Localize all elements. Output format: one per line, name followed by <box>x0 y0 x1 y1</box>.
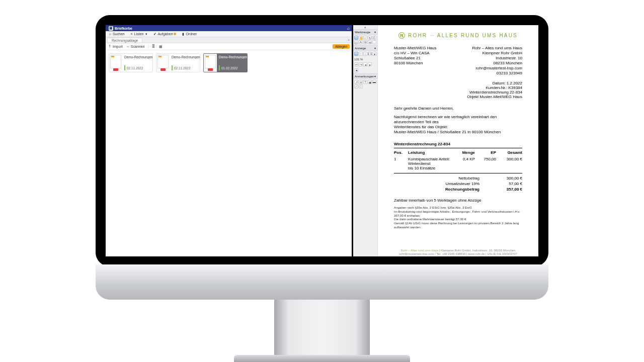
search-icon: ⌕ <box>108 32 112 36</box>
document-card-selected[interactable]: Demo-Rechnungen (2… 01.02.2022 <box>203 53 248 72</box>
tool-print[interactable]: ⎙ <box>372 36 376 40</box>
payment-terms: Zahlbar innerhalb von 5 Werktagen ohne A… <box>394 198 522 203</box>
scan-button[interactable]: ⌁Scannen <box>126 45 145 49</box>
check-icon: ✔ <box>153 32 156 36</box>
list-view-icon: ≣ <box>151 45 155 49</box>
view-zoom-drop[interactable]: ▾ <box>372 52 376 56</box>
tab-rechnungsablage[interactable]: Rechnungsablage <box>107 38 142 42</box>
anno-arrow[interactable]: ↗ <box>354 80 358 84</box>
doc-thumbnail <box>109 54 122 72</box>
col-leistung: Leistung <box>408 149 454 156</box>
tool-text[interactable]: A <box>359 40 363 44</box>
palette-header-anmerkungen[interactable]: Anmerkungen▾ <box>353 73 377 79</box>
app-titlebar: ▣ Briefkorbe ⌕ <box>106 25 352 31</box>
anno-highlight[interactable]: ▬ <box>372 80 376 84</box>
view-list-button[interactable]: ≣ <box>151 45 155 49</box>
palette-werkzeuge-body: ▭ ✋ ⌕ ↻ ⎙ ◫ A ⧉ ✉ … <box>353 35 377 45</box>
palette-header-werkzeuge[interactable]: Werkzeuge▾ <box>353 29 377 35</box>
view-grid-button[interactable]: ▦ <box>158 45 163 49</box>
chevron-icon: ▾ <box>374 46 376 50</box>
letter-footer: Rohr – Alles rund ums Haus | Klempner Ro… <box>394 249 522 256</box>
brand-dots: ·· <box>430 33 434 38</box>
monitor-stand-foot <box>234 355 410 362</box>
scanner-icon: ⌁ <box>126 45 130 49</box>
document-cards: Demo-Rechnungen (2) 02.11.2022 Demo-Rech… <box>106 50 352 75</box>
page-prev[interactable]: ◂ <box>363 62 367 66</box>
anno-text[interactable]: T <box>363 80 367 84</box>
brand-name: ROHR <box>408 33 427 38</box>
rotate-left[interactable]: ↶ <box>354 62 358 66</box>
tool-hand[interactable]: ✋ <box>359 36 363 40</box>
invoice-title: Winterdienstrechnung 22-834 <box>394 142 522 148</box>
letterhead: R ROHR ·· ALLES RUND UMS HAUS <box>394 32 522 39</box>
menu-listen[interactable]: ≡Listen▾ <box>127 32 151 36</box>
tool-copy[interactable]: ⧉ <box>363 40 367 44</box>
document-preview: R ROHR ·· ALLES RUND UMS HAUS Muster-Mie… <box>378 25 538 256</box>
view-actual[interactable]: 1:1 <box>368 52 372 56</box>
menu-ordner[interactable]: ▮Ordner <box>179 32 199 36</box>
menu-aufgaben[interactable]: ✔Aufgaben <box>150 32 179 36</box>
col-pos: Pos. <box>394 149 408 156</box>
menu-suchen[interactable]: ⌕Suchen <box>106 32 127 36</box>
col-gesamt: Gesamt <box>496 149 522 156</box>
page-next[interactable]: ▸ <box>368 62 372 66</box>
doc-date: 01.02.2022 <box>221 66 238 70</box>
status-bar-icon <box>219 65 220 70</box>
table-row: 1 Kombipauschale Anteil: Winterdienstbis… <box>394 156 522 173</box>
view-height[interactable]: ↕ <box>363 52 367 56</box>
brand-logo-icon: R <box>398 32 405 39</box>
invoice-totals: Nettobetrag300,00 € Umsatzsteuer 19%57,0… <box>445 175 522 192</box>
doc-date: 02.11.2022 <box>127 66 143 70</box>
main-menu: ⌕Suchen ≡Listen▾ ✔Aufgaben ▮Ordner <box>106 31 352 37</box>
anno-rect[interactable]: □ <box>359 84 363 88</box>
doc-thumbnail <box>156 54 170 72</box>
invoice-meta: Datum: 1.2.2022 Kunden-Nr.: K39384 Winte… <box>394 81 522 99</box>
titlebar-search-icon[interactable]: ⌕ <box>347 25 350 31</box>
ablegen-button[interactable]: Ablegen <box>333 44 350 49</box>
tool-zoom[interactable]: ⌕ <box>363 36 367 40</box>
import-button[interactable]: ⭱Import <box>108 45 123 49</box>
view-width[interactable]: ↔ <box>359 52 363 56</box>
app-title: Briefkorbe <box>115 27 132 30</box>
document-card[interactable]: Demo-Rechnungen (2… 02.11.2022 <box>156 53 200 72</box>
doc-title: Demo-Rechnungen (2… <box>172 55 200 59</box>
tab-strip: Rechnungsablage × <box>106 37 352 43</box>
recipient-address: Muster-Miet/WEG Haus c/o HV – Win CASA S… <box>394 46 436 76</box>
toolbar: ⭱Import ⌁Scannen | ≣ ▦ Ablegen <box>106 43 352 50</box>
dms-inbox-panel: ▣ Briefkorbe ⌕ ⌕Suchen ≡Listen▾ ✔Aufgabe… <box>106 25 353 256</box>
flag-tool[interactable]: ⚑ <box>354 68 358 72</box>
salutation: Sehr geehrte Damen und Herren, <box>394 106 522 111</box>
anno-line[interactable]: ／ <box>354 84 358 88</box>
status-bar-icon <box>172 65 173 70</box>
app-logo-icon: ▣ <box>109 26 113 31</box>
anno-erase[interactable]: ✕ <box>359 80 363 84</box>
invoice-table: Pos. Leistung Menge EP Gesamt 1 Kombipau… <box>394 149 522 173</box>
view-fit[interactable]: ▭ <box>354 52 358 56</box>
pdf-badge-icon <box>113 68 118 71</box>
chevron-icon: ▾ <box>374 30 376 34</box>
tool-mail[interactable]: ✉ <box>368 40 372 44</box>
tool-pointer[interactable]: ▭ <box>354 36 358 40</box>
sender-address: Rohr – Alles rund ums Haus Klempner Rohr… <box>472 46 522 76</box>
zoom-level[interactable]: 131 % <box>353 57 377 61</box>
palette-header-anzeige[interactable]: Anzeige▾ <box>353 45 377 51</box>
collapse-handle-icon[interactable]: ▴ <box>353 25 377 29</box>
document-card[interactable]: Demo-Rechnungen (2) 02.11.2022 <box>109 53 153 72</box>
upload-icon: ⭱ <box>108 45 112 49</box>
list-icon: ≡ <box>130 32 133 36</box>
tool-palettes: ▴ Werkzeuge▾ ▭ ✋ ⌕ ↻ ⎙ ◫ A ⧉ ✉ … Anzei <box>353 25 378 256</box>
chevron-icon: ▾ <box>374 74 376 78</box>
invoice-page: R ROHR ·· ALLES RUND UMS HAUS Muster-Mie… <box>383 25 533 256</box>
intro-text: Nachfolgend berechnen wir wie vertraglic… <box>394 115 522 135</box>
tool-crop[interactable]: ◫ <box>354 40 358 44</box>
rotate-right[interactable]: ↷ <box>359 62 363 66</box>
tab-close-icon[interactable]: × <box>348 38 350 42</box>
palette-anzeige-body: ▭ ↔ ↕ 1:1 ▾ <box>353 51 377 57</box>
tool-more[interactable]: … <box>372 40 376 44</box>
anno-stamp[interactable]: ◉ <box>368 80 372 84</box>
palette-anmerkungen-body: ↗ ✕ T ◉ ▬ ／ □ <box>353 79 377 89</box>
tool-rotate[interactable]: ↻ <box>368 36 372 40</box>
folder-icon: ▮ <box>181 32 185 36</box>
grid-view-icon: ▦ <box>158 45 163 49</box>
doc-thumbnail <box>204 54 217 72</box>
